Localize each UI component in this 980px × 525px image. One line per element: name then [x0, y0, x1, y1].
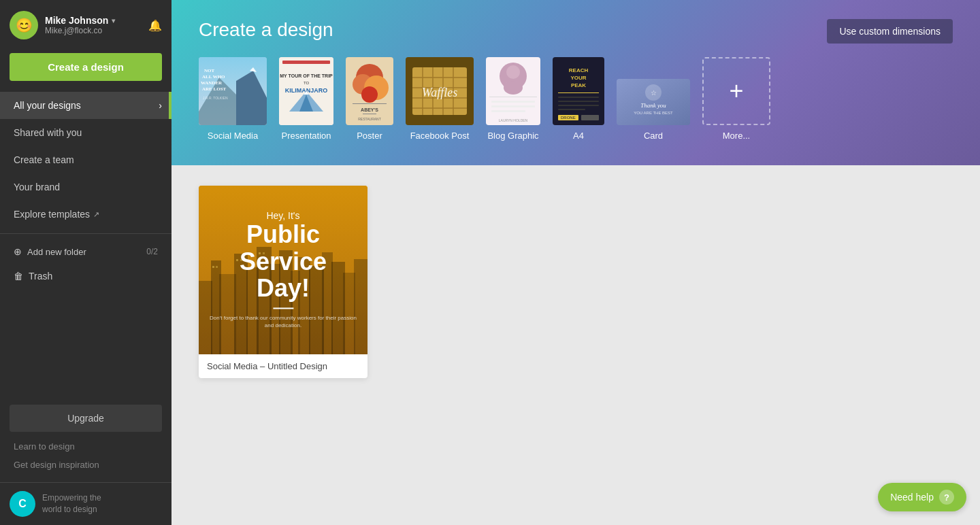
svg-rect-22 [353, 103, 387, 104]
main-content: Create a design Use custom dimensions [172, 0, 980, 525]
svg-point-21 [361, 86, 378, 103]
design-area: Hey, It's PublicServiceDay! Don't forget… [172, 165, 980, 525]
blog-thumb: LAURYN HOLDEN [486, 57, 540, 125]
sidebar-item-trash[interactable]: 🗑 Trash [0, 264, 172, 288]
svg-rect-51 [558, 92, 599, 93]
need-help-button[interactable]: Need help ? [878, 483, 966, 511]
facebook-thumbnail-img: Waffles [406, 57, 474, 125]
template-a4[interactable]: REACH YOUR PEAK DRONE A4 [553, 57, 604, 141]
svg-rect-52 [558, 97, 599, 98]
nav-arrow-icon: › [159, 100, 162, 111]
blog-label: Blog Graphic [487, 131, 538, 141]
svg-text:YOUR: YOUR [570, 75, 586, 81]
user-name: Mike Johnson ▾ [45, 15, 142, 26]
a4-thumbnail-img: REACH YOUR PEAK DRONE [553, 57, 604, 125]
presentation-thumb: MY TOUR OF THE TRIP TO KILIMANJARO [279, 57, 333, 125]
svg-rect-54 [558, 105, 599, 106]
social-media-thumbnail-img: NOT ALL WHO WANDER ARE LOST J.R.R. TOLKI… [199, 57, 267, 125]
design-inspiration-link[interactable]: Get design inspiration [10, 458, 162, 471]
help-question-icon: ? [939, 490, 954, 505]
svg-text:NOT: NOT [204, 68, 215, 73]
svg-rect-24 [363, 114, 376, 114]
design-card-social-media[interactable]: Hey, It's PublicServiceDay! Don't forget… [199, 186, 368, 378]
design-thumbnail: Hey, It's PublicServiceDay! Don't forget… [199, 186, 368, 354]
sidebar-nav: All your designs › Shared with you Creat… [0, 92, 172, 398]
add-folder-icon: ⊕ [14, 246, 22, 257]
template-blog[interactable]: LAURYN HOLDEN Blog Graphic [486, 57, 540, 141]
a4-thumb: REACH YOUR PEAK DRONE [553, 57, 604, 125]
svg-text:MY TOUR OF THE TRIP: MY TOUR OF THE TRIP [280, 73, 333, 78]
template-presentation[interactable]: MY TOUR OF THE TRIP TO KILIMANJARO Prese… [279, 57, 333, 141]
more-plus-icon: + [729, 77, 743, 105]
template-more[interactable]: + More... [702, 57, 770, 141]
design-main-title: PublicServiceDay! [207, 221, 359, 302]
svg-text:WANDER: WANDER [201, 80, 223, 86]
svg-text:☆: ☆ [651, 89, 657, 97]
svg-rect-42 [489, 97, 537, 97]
upgrade-button[interactable]: Upgrade [10, 405, 162, 432]
svg-text:Thank you: Thank you [640, 102, 666, 109]
design-subtitle: Don't forget to thank our community work… [207, 314, 359, 329]
card-thumb: ☆ Thank you YOU ARE THE BEST [617, 79, 690, 125]
sidebar-divider [0, 233, 172, 234]
svg-rect-10 [282, 61, 330, 64]
svg-text:DRONE: DRONE [561, 116, 576, 120]
sidebar-item-shared[interactable]: Shared with you [0, 119, 172, 146]
template-card[interactable]: ☆ Thank you YOU ARE THE BEST Card [617, 79, 690, 141]
svg-rect-45 [491, 110, 525, 112]
need-help-label: Need help [890, 492, 934, 503]
template-social-media[interactable]: NOT ALL WHO WANDER ARE LOST J.R.R. TOLKI… [199, 57, 267, 141]
dropdown-arrow-icon[interactable]: ▾ [112, 17, 115, 24]
sidebar-bottom: Upgrade Learn to design Get design inspi… [0, 398, 172, 482]
svg-text:RESTAURANT: RESTAURANT [358, 117, 381, 121]
design-header: Create a design Use custom dimensions [172, 0, 980, 165]
svg-text:ABEY'S: ABEY'S [361, 107, 378, 112]
presentation-label: Presentation [282, 131, 331, 141]
svg-text:YOU ARE THE BEST: YOU ARE THE BEST [634, 111, 673, 115]
sidebar-item-all-designs[interactable]: All your designs › [0, 92, 172, 119]
sidebar-item-create-team[interactable]: Create a team [0, 146, 172, 173]
svg-text:REACH: REACH [569, 67, 589, 73]
learn-design-link[interactable]: Learn to design [10, 440, 162, 453]
svg-text:Waffles: Waffles [422, 86, 457, 99]
canva-logo: C [10, 491, 35, 517]
canva-footer: C Empowering theworld to design [0, 482, 172, 525]
template-facebook[interactable]: Waffles Facebook Post [406, 57, 474, 141]
add-folder-button[interactable]: ⊕ Add new folder 0/2 [0, 239, 172, 264]
folder-count: 0/2 [146, 247, 158, 256]
svg-rect-43 [491, 101, 535, 103]
more-label: More... [723, 131, 750, 141]
svg-text:TO: TO [304, 81, 310, 85]
template-poster[interactable]: ABEY'S RESTAURANT Poster [346, 57, 393, 141]
user-info: Mike Johnson ▾ Mike.j@flock.co [45, 15, 142, 35]
social-media-label: Social Media [208, 131, 258, 141]
create-design-button[interactable]: Create a design [10, 53, 162, 81]
svg-rect-57 [581, 115, 599, 120]
card-thumbnail-img: ☆ Thank you YOU ARE THE BEST [617, 79, 690, 125]
user-email: Mike.j@flock.co [45, 26, 142, 35]
a4-label: A4 [573, 131, 584, 141]
bottom-links: Learn to design Get design inspiration [10, 440, 162, 471]
svg-rect-53 [558, 101, 599, 102]
more-thumb: + [702, 57, 770, 125]
blog-thumbnail-img: LAURYN HOLDEN [486, 57, 540, 125]
notification-bell-icon[interactable]: 🔔 [148, 19, 162, 32]
custom-dimensions-button[interactable]: Use custom dimensions [827, 19, 953, 44]
design-card-label: Social Media – Untitled Design [199, 354, 368, 378]
design-line-divider [273, 307, 293, 309]
sidebar-header: 😊 Mike Johnson ▾ Mike.j@flock.co 🔔 [0, 0, 172, 50]
avatar: 😊 [10, 11, 38, 39]
svg-text:PEAK: PEAK [571, 82, 586, 88]
canva-tagline: Empowering theworld to design [42, 492, 101, 515]
poster-thumbnail-img: ABEY'S RESTAURANT [346, 57, 393, 125]
card-label: Card [644, 131, 663, 141]
sidebar-item-your-brand[interactable]: Your brand [0, 173, 172, 201]
svg-text:LAURYN HOLDEN: LAURYN HOLDEN [499, 118, 528, 122]
facebook-thumb: Waffles [406, 57, 474, 125]
sidebar: 😊 Mike Johnson ▾ Mike.j@flock.co 🔔 Creat… [0, 0, 172, 525]
sidebar-item-explore[interactable]: Explore templates ↗ [0, 201, 172, 228]
trash-icon: 🗑 [14, 271, 23, 282]
poster-thumb: ABEY'S RESTAURANT [346, 57, 393, 125]
social-media-thumb: NOT ALL WHO WANDER ARE LOST J.R.R. TOLKI… [199, 57, 267, 125]
facebook-label: Facebook Post [410, 131, 470, 141]
